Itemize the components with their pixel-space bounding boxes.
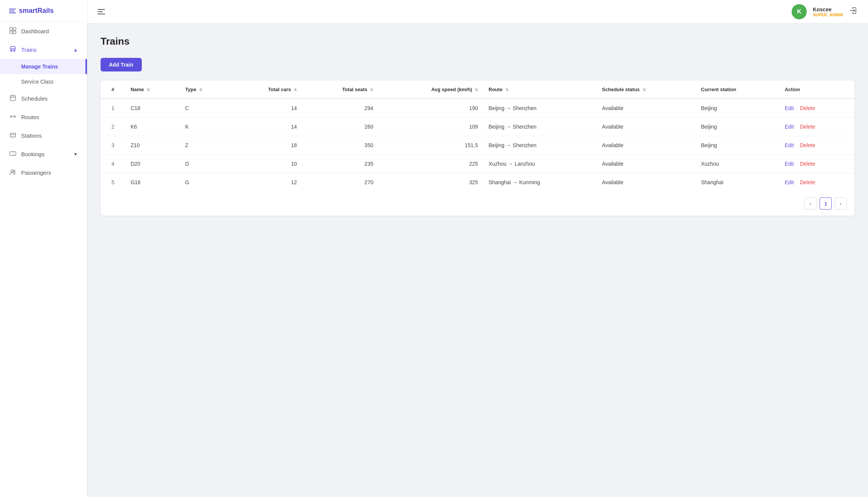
cell-total-cars: 14 xyxy=(230,118,302,136)
train-icon xyxy=(9,46,17,54)
sidebar-subitem-label: Manage Trains xyxy=(21,64,58,70)
edit-button[interactable]: Edit xyxy=(785,179,794,185)
dashboard-icon xyxy=(9,27,17,35)
route-icon xyxy=(9,113,17,121)
user-info: Koscee SUPER_ADMIN xyxy=(813,6,843,17)
sort-icon[interactable]: ⇅ xyxy=(643,88,646,92)
svg-point-13 xyxy=(14,170,15,172)
cell-action: Edit Delete xyxy=(780,173,854,192)
edit-button[interactable]: Edit xyxy=(785,142,794,148)
delete-button[interactable]: Delete xyxy=(800,161,815,167)
cell-num: 2 xyxy=(101,118,125,136)
svg-rect-1 xyxy=(13,28,16,30)
delete-button[interactable]: Delete xyxy=(800,124,815,130)
next-page-button[interactable]: › xyxy=(835,197,847,210)
svg-rect-2 xyxy=(10,31,12,34)
cell-name: C18 xyxy=(125,99,180,118)
sidebar-subitem-label: Service Class xyxy=(21,79,54,85)
cell-route: Xuzhou → Lanzhou xyxy=(483,155,597,173)
page-title: Trains xyxy=(101,36,854,47)
sort-icon[interactable]: ⇅ xyxy=(370,88,373,92)
cell-schedule-status: Available xyxy=(597,118,696,136)
col-num: # xyxy=(101,81,125,99)
sidebar-item-passengers[interactable]: Passengers xyxy=(0,163,87,182)
cell-current-station: Beijing xyxy=(696,136,779,155)
edit-button[interactable]: Edit xyxy=(785,161,794,167)
sidebar-subitem-manage-trains[interactable]: Manage Trains xyxy=(0,59,87,74)
edit-button[interactable]: Edit xyxy=(785,105,794,111)
cell-route: Beijing → Shenzhen xyxy=(483,136,597,155)
cell-avg-speed: 325 xyxy=(378,173,483,192)
sidebar-item-routes[interactable]: Routes xyxy=(0,108,87,126)
cell-total-seats: 260 xyxy=(302,118,378,136)
cell-num: 3 xyxy=(101,136,125,155)
sidebar-item-bookings[interactable]: Bookings ▼ xyxy=(0,145,87,163)
col-avg-speed: Avg speed (km/h) ⇅ xyxy=(378,81,483,99)
delete-button[interactable]: Delete xyxy=(800,142,815,148)
ticket-icon xyxy=(9,150,17,158)
avatar: K xyxy=(792,4,807,19)
cell-avg-speed: 109 xyxy=(378,118,483,136)
logo: smartRails xyxy=(0,0,87,22)
col-action: Action xyxy=(780,81,854,99)
sort-icon[interactable]: ⇅ xyxy=(505,88,508,92)
sort-icon[interactable]: ⇅ xyxy=(294,88,297,92)
svg-point-8 xyxy=(10,116,12,117)
cell-num: 4 xyxy=(101,155,125,173)
sidebar-item-dashboard[interactable]: Dashboard xyxy=(0,22,87,40)
sort-icon[interactable]: ⇅ xyxy=(199,88,202,92)
delete-button[interactable]: Delete xyxy=(800,105,815,111)
cell-action: Edit Delete xyxy=(780,118,854,136)
logout-button[interactable] xyxy=(849,6,857,17)
cell-avg-speed: 151.5 xyxy=(378,136,483,155)
topbar-left xyxy=(98,9,105,14)
cell-total-seats: 270 xyxy=(302,173,378,192)
edit-button[interactable]: Edit xyxy=(785,124,794,130)
cell-name: K6 xyxy=(125,118,180,136)
cell-type: D xyxy=(180,155,230,173)
sidebar-item-stations[interactable]: Stations xyxy=(0,126,87,145)
cell-name: G16 xyxy=(125,173,180,192)
svg-rect-7 xyxy=(10,96,16,101)
cell-total-cars: 14 xyxy=(230,99,302,118)
col-type: Type ⇅ xyxy=(180,81,230,99)
col-total-seats: Total seats ⇅ xyxy=(302,81,378,99)
cell-total-cars: 10 xyxy=(230,155,302,173)
pagination: ‹ 1 › xyxy=(101,191,854,216)
cell-schedule-status: Available xyxy=(597,136,696,155)
user-name: Koscee xyxy=(813,6,843,12)
table-row: 4 D20 D 10 235 225 Xuzhou → Lanzhou Avai… xyxy=(101,155,854,173)
sidebar-item-schedules[interactable]: Schedules xyxy=(0,89,87,108)
table-row: 5 G16 G 12 270 325 Shanghai → Kunming Av… xyxy=(101,173,854,192)
trains-table-container: # Name ⇅ Type ⇅ Total cars ⇅ Total seats… xyxy=(101,81,854,216)
sidebar: smartRails Dashboard Trains ▲ Manage Tra… xyxy=(0,0,87,497)
page-1-button[interactable]: 1 xyxy=(820,197,832,210)
cell-current-station: Shanghai xyxy=(696,173,779,192)
people-icon xyxy=(9,169,17,177)
svg-rect-11 xyxy=(10,152,16,155)
svg-point-9 xyxy=(14,116,16,117)
cell-type: C xyxy=(180,99,230,118)
main-content: K Koscee SUPER_ADMIN Trains Add Train # … xyxy=(87,0,868,497)
add-train-button[interactable]: Add Train xyxy=(101,58,142,71)
cell-total-seats: 235 xyxy=(302,155,378,173)
chevron-up-icon: ▲ xyxy=(73,47,78,53)
sidebar-subitem-service-class[interactable]: Service Class xyxy=(0,74,87,89)
menu-toggle-button[interactable] xyxy=(98,9,105,14)
delete-button[interactable]: Delete xyxy=(800,179,815,185)
svg-rect-10 xyxy=(10,133,16,137)
cell-total-seats: 294 xyxy=(302,99,378,118)
cell-route: Beijing → Shenzhen xyxy=(483,99,597,118)
prev-page-button[interactable]: ‹ xyxy=(804,197,817,210)
sort-icon[interactable]: ⇅ xyxy=(147,88,150,92)
svg-rect-3 xyxy=(13,31,16,34)
cell-total-cars: 12 xyxy=(230,173,302,192)
calendar-icon xyxy=(9,95,17,103)
svg-point-12 xyxy=(11,170,13,172)
sidebar-item-trains[interactable]: Trains ▲ xyxy=(0,40,87,59)
chevron-down-icon: ▼ xyxy=(73,152,78,157)
cell-type: G xyxy=(180,173,230,192)
cell-total-cars: 18 xyxy=(230,136,302,155)
sort-icon[interactable]: ⇅ xyxy=(475,88,478,92)
station-icon xyxy=(9,132,17,140)
